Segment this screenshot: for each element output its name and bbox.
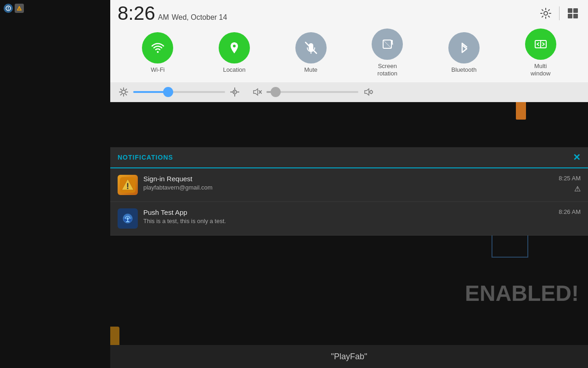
svg-point-2 — [8, 9, 9, 10]
toggle-location[interactable]: Location — [216, 32, 253, 74]
wifi-label: Wi-Fi — [151, 66, 164, 74]
toggle-screen-rotation[interactable]: Screen rotation — [369, 29, 406, 77]
svg-rect-10 — [573, 14, 578, 18]
notification-signin-icon — [118, 175, 138, 195]
notification-push-meta: 8:26 AM — [559, 208, 581, 215]
time-ampm: AM — [158, 13, 169, 22]
svg-point-12 — [233, 45, 236, 47]
notification-push-icon — [118, 208, 138, 229]
notifications-header: NOTIFICATIONS ✕ — [110, 147, 588, 168]
quick-settings-panel: 8:26 AM Wed, October 14 — [110, 0, 588, 102]
time-row: 8:26 AM Wed, October 14 — [110, 0, 588, 25]
multiwindow-circle — [525, 29, 556, 60]
brightness-slider[interactable] — [133, 91, 225, 93]
toggle-wifi[interactable]: Wi-Fi — [139, 32, 176, 74]
brightness-low-icon — [119, 87, 129, 97]
svg-point-5 — [19, 9, 19, 10]
svg-line-24 — [120, 89, 121, 90]
svg-line-27 — [120, 94, 121, 95]
time-date: Wed, October 14 — [172, 13, 227, 22]
notification-signin-title: Sign-in Request — [143, 175, 553, 183]
bg-enabled-text: ENABLED! — [465, 281, 579, 306]
notification-push[interactable]: Push Test App This is a test, this is on… — [110, 202, 588, 236]
svg-marker-36 — [365, 89, 369, 95]
settings-gear-button[interactable] — [538, 6, 554, 21]
location-label: Location — [223, 66, 245, 74]
volume-mute-icon — [252, 87, 262, 97]
svg-marker-33 — [254, 89, 258, 95]
toggle-multi-window[interactable]: Multi window — [522, 29, 559, 77]
divider — [559, 6, 560, 20]
rotation-circle — [372, 29, 403, 60]
notifications-panel: NOTIFICATIONS ✕ Sign-in Request playfabt… — [110, 147, 588, 236]
notification-signin-time: 8:25 AM — [559, 175, 581, 182]
bluetooth-circle — [448, 32, 480, 63]
bottom-bar: "PlayFab" — [110, 345, 588, 368]
clear-notifications-button[interactable]: ✕ — [573, 152, 581, 163]
svg-point-6 — [544, 12, 548, 15]
time-clock: 8:26 — [118, 4, 155, 23]
volume-slider[interactable] — [266, 91, 358, 93]
svg-line-16 — [383, 40, 391, 48]
mute-label: Mute — [304, 66, 317, 74]
volume-thumb[interactable] — [271, 87, 281, 97]
toggle-mute[interactable]: Mute — [293, 32, 329, 74]
bluetooth-label: Bluetooth — [451, 66, 476, 74]
bottom-text: "PlayFab" — [331, 352, 368, 362]
notification-signin-body: playfabtavern@gmail.com — [143, 184, 553, 191]
svg-line-25 — [126, 94, 127, 95]
wifi-circle — [142, 32, 173, 63]
location-circle — [219, 32, 250, 63]
multi-window-label: Multi window — [531, 63, 550, 77]
grid-view-button[interactable] — [565, 6, 581, 21]
notification-push-content: Push Test App This is a test, this is on… — [143, 208, 553, 224]
svg-point-43 — [127, 188, 129, 189]
svg-point-37 — [370, 91, 373, 93]
time-display: 8:26 AM Wed, October 14 — [118, 4, 227, 23]
svg-rect-8 — [573, 8, 578, 13]
left-sidebar — [0, 0, 110, 368]
brightness-volume-row — [110, 82, 588, 102]
svg-point-11 — [157, 51, 159, 53]
notification-push-time: 8:26 AM — [559, 208, 581, 215]
svg-line-26 — [126, 89, 127, 90]
notification-signin[interactable]: Sign-in Request playfabtavern@gmail.com … — [110, 168, 588, 202]
notification-push-body: This is a test, this is only a test. — [143, 218, 553, 224]
notification-signin-meta: 8:25 AM ⚠ — [559, 175, 581, 193]
mute-circle — [295, 32, 327, 63]
brightness-thumb[interactable] — [163, 87, 173, 97]
svg-rect-7 — [568, 8, 572, 13]
auto-brightness-icon[interactable] — [230, 87, 240, 97]
volume-settings-icon[interactable] — [363, 87, 373, 97]
notification-signin-warning-icon: ⚠ — [574, 184, 581, 193]
notification-signin-content: Sign-in Request playfabtavern@gmail.com — [143, 175, 553, 191]
toggles-row: Wi-Fi Location Mute — [110, 25, 588, 82]
svg-rect-9 — [568, 14, 572, 18]
time-actions — [538, 6, 581, 21]
notification-push-title: Push Test App — [143, 208, 553, 216]
screen-rotation-label: Screen rotation — [378, 63, 397, 77]
toggle-bluetooth[interactable]: Bluetooth — [446, 32, 482, 74]
notifications-title: NOTIFICATIONS — [118, 154, 173, 161]
svg-point-19 — [122, 90, 125, 94]
